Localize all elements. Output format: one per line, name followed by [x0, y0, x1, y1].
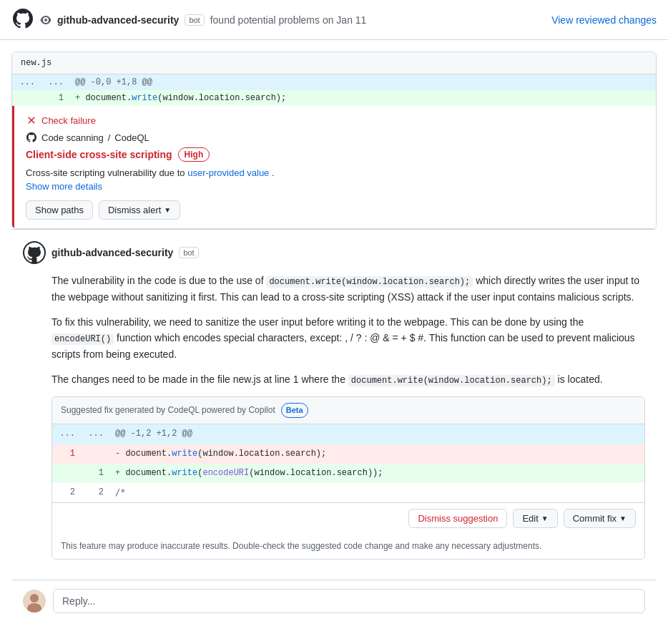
reply-box: Reply... — [11, 580, 657, 622]
hunk-header-text: @@ -0,0 +1,8 @@ — [69, 74, 656, 90]
edit-button[interactable]: Edit ▼ — [513, 509, 557, 528]
dismiss-suggestion-button[interactable]: Dismiss suggestion — [408, 509, 507, 528]
desc-suffix: . — [272, 167, 275, 178]
dismiss-alert-label: Dismiss alert — [108, 205, 161, 215]
diff-add-line-num: 1 — [41, 90, 69, 106]
hunk-dots-1: ... — [12, 74, 41, 90]
scanning-separator: / — [108, 132, 111, 143]
suggested-footer: This feature may produce inaccurate resu… — [52, 534, 644, 559]
main-content: new.js ... ... @@ -0,0 +1,8 @@ 1 + docu — [0, 40, 668, 633]
svg-point-1 — [27, 603, 41, 613]
add-plus-sign: + — [115, 468, 125, 478]
commenter-github-icon — [23, 241, 46, 264]
suggested-fix-header: Suggested fix generated by CodeQL powere… — [52, 397, 644, 425]
para1-code: document.write(window.location.search); — [266, 276, 473, 288]
diff-table: ... ... @@ -0,0 +1,8 @@ 1 + document.wri… — [12, 74, 656, 106]
header-bar: github-advanced-security bot found poten… — [0, 0, 668, 40]
comment-paragraph-3: The changes need to be made in the file … — [51, 371, 645, 388]
alert-block: Check failure Code scanning / CodeQL Cli… — [12, 106, 656, 228]
neutral-num2: 2 — [81, 483, 109, 502]
suggested-hunk-row: ... ... @@ -1,2 +1,2 @@ — [52, 424, 644, 444]
comment-bot-badge: bot — [179, 247, 198, 258]
hunk-dots-2: ... — [41, 74, 69, 90]
minus-sign: - — [115, 449, 125, 459]
check-failure-label: Check failure — [41, 115, 96, 126]
desc-prefix: Cross-site scripting vulnerability due t… — [26, 167, 185, 178]
sug-hunk-header: @@ -1,2 +1,2 @@ — [109, 424, 644, 444]
reply-user-avatar-icon — [23, 590, 46, 613]
show-paths-button[interactable]: Show paths — [26, 200, 93, 220]
comment-body: The vulnerability in the code is due to … — [51, 273, 645, 560]
diff-plus-sign: + — [75, 93, 85, 103]
diff-add-code: + document.write(window.location.search)… — [69, 90, 656, 106]
repo-name: github-advanced-security — [57, 14, 179, 26]
x-icon — [26, 114, 37, 126]
commit-fix-button[interactable]: Commit fix ▼ — [564, 509, 636, 528]
diff-add-row: 1 + document.write(window.location.searc… — [12, 90, 656, 106]
vuln-title-row: Client-side cross-site scripting High — [26, 147, 644, 162]
edit-chevron-icon: ▼ — [541, 514, 549, 522]
edit-label: Edit — [522, 513, 538, 524]
neutral-num1: 2 — [52, 483, 81, 502]
para3-suffix: is located. — [558, 374, 603, 385]
sug-add-line-empty — [52, 464, 81, 483]
para2-prefix: To fix this vulnerability, we need to sa… — [51, 316, 584, 328]
suggested-diff-table: ... ... @@ -1,2 +1,2 @@ 1 - document.wri… — [52, 424, 644, 502]
check-failure: Check failure — [26, 114, 644, 126]
commit-label: Commit fix — [573, 513, 617, 524]
comment-author: github-advanced-security — [51, 247, 173, 258]
sug-add-line-num: 1 — [81, 464, 109, 483]
comment-header: github-advanced-security bot — [23, 241, 645, 264]
para3-code: document.write(window.location.search); — [348, 375, 555, 386]
header-meta: found potential problems on Jan 11 — [210, 14, 367, 26]
diff-add-gutter-empty — [12, 90, 41, 106]
beta-badge: Beta — [281, 403, 308, 419]
suggested-remove-row: 1 - document.write(window.location.searc… — [52, 444, 644, 464]
comment-block: github-advanced-security bot The vulnera… — [11, 229, 657, 580]
filename: new.js — [21, 58, 51, 68]
github-logo — [11, 7, 34, 32]
add-code-text: document.write(encodeURI(window.location… — [125, 468, 383, 478]
reply-avatar — [23, 590, 46, 613]
para3-prefix: The changes need to be made in the file … — [51, 374, 345, 385]
suggested-neutral-row: 2 2 /* — [52, 483, 644, 502]
para2-suffix: function which encodes special character… — [51, 332, 635, 360]
comment-paragraph-1: The vulnerability in the code is due to … — [51, 273, 645, 306]
file-diff: new.js ... ... @@ -0,0 +1,8 @@ 1 + docu — [11, 52, 657, 229]
dismiss-alert-button[interactable]: Dismiss alert ▼ — [99, 200, 180, 220]
suggested-actions: Dismiss suggestion Edit ▼ Commit fix ▼ — [52, 502, 644, 534]
sug-remove-line-num: 1 — [52, 444, 81, 464]
file-header: new.js — [12, 52, 656, 74]
neutral-code: /* — [109, 483, 644, 502]
view-reviewed-changes-link[interactable]: View reviewed changes — [551, 14, 657, 26]
suggested-fix: Suggested fix generated by CodeQL powere… — [51, 396, 645, 560]
scanning-tool: CodeQL — [114, 132, 149, 143]
remove-code-text: document.write(window.location.search); — [125, 449, 326, 459]
diff-code-text: document.write(window.location.search); — [85, 93, 286, 103]
sug-add-code: + document.write(encodeURI(window.locati… — [109, 464, 644, 483]
vuln-description: Cross-site scripting vulnerability due t… — [26, 167, 644, 178]
sug-remove-line-empty — [81, 444, 109, 464]
user-provided-value-link[interactable]: user-provided value — [187, 167, 269, 178]
commenter-avatar — [23, 241, 46, 264]
para2-code: encodeURI() — [51, 333, 114, 345]
commit-chevron-icon: ▼ — [619, 514, 627, 522]
comment-paragraph-2: To fix this vulnerability, we need to sa… — [51, 314, 645, 363]
suggested-footer-text: This feature may produce inaccurate resu… — [61, 541, 541, 551]
svg-point-0 — [30, 594, 39, 602]
sug-hunk-dots-1: ... — [52, 424, 81, 444]
show-more-details-link[interactable]: Show more details — [26, 181, 644, 192]
sug-hunk-dots-2: ... — [81, 424, 109, 444]
page-wrapper: github-advanced-security bot found poten… — [0, 0, 668, 644]
github-small-icon — [26, 132, 37, 143]
scanning-label: Code scanning — [41, 132, 104, 143]
reply-input[interactable]: Reply... — [53, 589, 645, 613]
sug-remove-code: - document.write(window.location.search)… — [109, 444, 644, 464]
alert-actions: Show paths Dismiss alert ▼ — [26, 200, 644, 220]
severity-badge: High — [178, 147, 210, 162]
diff-hunk-row: ... ... @@ -0,0 +1,8 @@ — [12, 74, 656, 90]
eye-icon — [40, 14, 51, 26]
suggested-fix-label: Suggested fix generated by CodeQL powere… — [61, 404, 275, 417]
suggested-add-row: 1 + document.write(encodeURI(window.loca… — [52, 464, 644, 483]
chevron-down-icon: ▼ — [164, 206, 171, 214]
